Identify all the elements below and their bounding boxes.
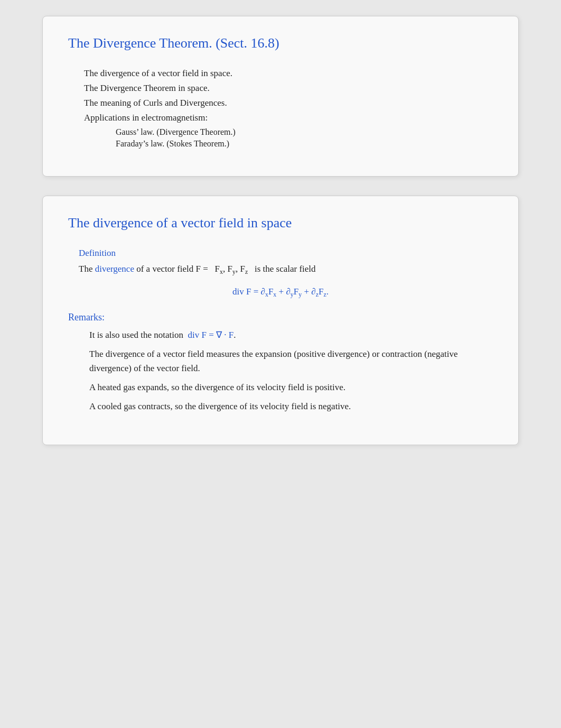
remark-3: A heated gas expands, so the divergence …: [89, 381, 493, 394]
slide-1-content: The divergence of a vector field in spac…: [68, 68, 493, 149]
def-highlight: divergence: [95, 264, 134, 274]
slide-1-item-4: Applications in electromagnetism:: [84, 113, 493, 123]
remark-4: A cooled gas contracts, so the divergenc…: [89, 400, 493, 413]
slide-1-item-1: The divergence of a vector field in spac…: [84, 68, 493, 79]
slide-1-item-3: The meaning of Curls and Divergences.: [84, 98, 493, 108]
slide-1-title: The Divergence Theorem. (Sect. 16.8): [68, 35, 493, 51]
slide-1-item-2: The Divergence Theorem in space.: [84, 83, 493, 94]
slide-2: The divergence of a vector field in spac…: [42, 196, 519, 445]
formula-block: div F = ∂xFx + ∂yFy + ∂zFz.: [68, 287, 493, 299]
slide-2-title: The divergence of a vector field in spac…: [68, 215, 493, 231]
definition-text: The divergence of a vector field F = Fx,…: [79, 262, 493, 277]
remark-1: It is also used the notation div F = ∇ ·…: [89, 328, 493, 342]
slide-1-subitem-1: Gauss’ law. (Divergence Theorem.): [84, 127, 493, 137]
def-text-after: of a vector field F = Fx, Fy, Fz is the …: [136, 264, 315, 274]
formula-text: div F = ∂xFx + ∂yFy + ∂zFz.: [232, 287, 329, 297]
remarks-label: Remarks:: [68, 312, 493, 323]
slide-1-subitem-2: Faraday’s law. (Stokes Theorem.): [84, 139, 493, 149]
definition-label: Definition: [79, 248, 493, 259]
slide-1: The Divergence Theorem. (Sect. 16.8) The…: [42, 16, 519, 177]
remark-2: The divergence of a vector field measure…: [89, 347, 493, 375]
remark-1-formula: div F = ∇ · F: [188, 330, 234, 340]
def-text-before: The: [79, 264, 92, 274]
